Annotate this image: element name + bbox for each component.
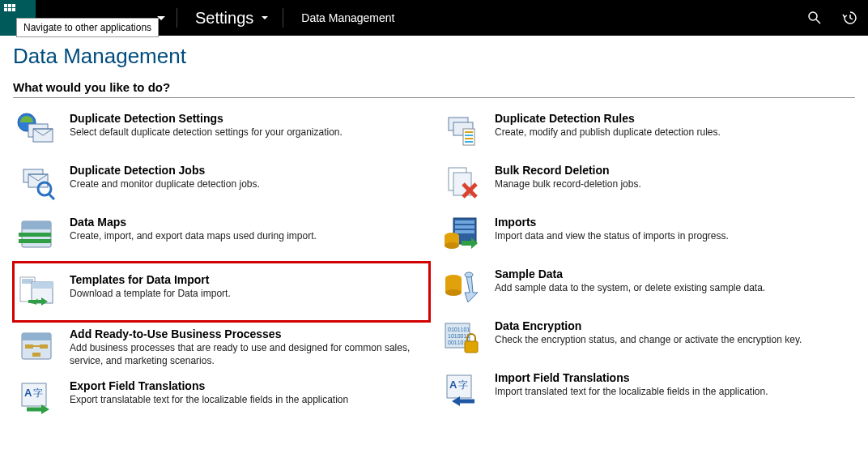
search-button[interactable] <box>797 0 832 36</box>
item-desc: Add sample data to the system, or delete… <box>495 282 853 295</box>
svg-text:A: A <box>449 379 457 391</box>
actions-grid: Duplicate Detection Settings Select defa… <box>13 106 855 426</box>
item-desc: Export translatable text for the localiz… <box>70 394 428 407</box>
item-desc: Add business processes that are ready to… <box>70 342 428 367</box>
page-prompt: What would you like to do? <box>13 80 855 98</box>
item-desc: Create and monitor duplicate detection j… <box>70 178 428 191</box>
item-title: Add Ready-to-Use Business Processes <box>70 327 428 340</box>
item-title: Import Field Translations <box>495 371 853 384</box>
item-title: Bulk Record Deletion <box>495 164 853 177</box>
action-duplicate-detection-rules[interactable]: Duplicate Detection Rules Create, modify… <box>438 106 855 158</box>
svg-rect-44 <box>455 220 474 224</box>
action-duplicate-detection-jobs[interactable]: Duplicate Detection Jobs Create and moni… <box>13 158 430 210</box>
item-title: Duplicate Detection Settings <box>70 112 428 125</box>
nav-settings-dropdown[interactable]: Settings <box>181 0 279 36</box>
nav-settings-label: Settings <box>195 9 253 28</box>
svg-point-54 <box>465 272 473 277</box>
svg-text:A: A <box>24 387 32 399</box>
action-add-business-processes[interactable]: Add Ready-to-Use Business Processes Add … <box>13 322 430 374</box>
svg-rect-13 <box>19 233 51 237</box>
page-title: Data Management <box>13 44 855 69</box>
item-title: Sample Data <box>495 267 853 280</box>
svg-rect-26 <box>32 353 40 357</box>
svg-point-0 <box>809 12 817 20</box>
action-data-encryption[interactable]: 0101101 1010011 0011010 Data Encryption … <box>438 314 855 366</box>
svg-rect-45 <box>455 225 474 229</box>
item-title: Duplicate Detection Rules <box>495 112 853 125</box>
duplicate-rules-icon <box>440 112 483 149</box>
app-launcher-tooltip: Navigate to other applications <box>16 18 159 37</box>
svg-line-1 <box>816 19 820 24</box>
svg-point-53 <box>445 289 462 296</box>
imports-icon <box>440 216 483 253</box>
item-title: Duplicate Detection Jobs <box>70 164 428 177</box>
item-title: Templates for Data Import <box>70 273 428 286</box>
svg-rect-14 <box>19 239 51 243</box>
action-import-field-translations[interactable]: A 字 Import Field Translations Import tra… <box>438 366 855 417</box>
data-encryption-icon: 0101101 1010011 0011010 <box>440 319 483 357</box>
duplicate-jobs-icon <box>15 164 58 201</box>
nav-separator <box>283 8 283 28</box>
chevron-down-icon <box>262 16 268 19</box>
item-desc: Import translated text for the localizab… <box>495 386 853 399</box>
actions-right-column: Duplicate Detection Rules Create, modify… <box>438 106 855 426</box>
history-icon <box>842 10 858 26</box>
nav-breadcrumb[interactable]: Data Management <box>287 11 409 24</box>
item-title: Imports <box>495 216 853 229</box>
svg-rect-23 <box>25 344 33 349</box>
item-title: Data Encryption <box>495 319 853 332</box>
nav-separator <box>177 8 177 28</box>
svg-line-10 <box>49 194 54 199</box>
export-translations-icon: A 字 <box>15 379 58 417</box>
item-desc: Create, modify and publish duplicate det… <box>495 126 853 139</box>
item-desc: Create, import, and export data maps use… <box>70 230 428 243</box>
recent-button[interactable] <box>832 0 868 36</box>
duplicate-settings-icon <box>15 112 58 149</box>
action-imports[interactable]: Imports Import data and view the status … <box>438 210 855 262</box>
sample-data-icon <box>440 267 483 305</box>
data-maps-icon <box>15 216 58 253</box>
svg-rect-46 <box>455 230 474 233</box>
import-translations-icon: A 字 <box>440 371 483 409</box>
action-sample-data[interactable]: Sample Data Add sample data to the syste… <box>438 262 855 314</box>
business-processes-icon <box>15 327 58 365</box>
svg-rect-12 <box>22 221 51 229</box>
svg-rect-59 <box>465 341 478 353</box>
action-export-field-translations[interactable]: A 字 Export Field Translations Export tra… <box>13 374 430 426</box>
actions-left-column: Duplicate Detection Settings Select defa… <box>13 106 430 426</box>
item-desc: Download a template for Data import. <box>70 288 428 301</box>
topbar: Navigate to other applications Settings … <box>0 0 868 36</box>
item-desc: Check the encryption status, and change … <box>495 334 853 347</box>
search-icon <box>807 11 822 25</box>
action-templates-for-data-import[interactable]: Templates for Data Import Download a tem… <box>13 262 430 322</box>
action-duplicate-detection-settings[interactable]: Duplicate Detection Settings Select defa… <box>13 106 430 158</box>
page-body: Data Management What would you like to d… <box>0 36 868 426</box>
svg-text:字: 字 <box>458 379 468 391</box>
action-data-maps[interactable]: Data Maps Create, import, and export dat… <box>13 210 430 262</box>
svg-rect-24 <box>40 344 48 349</box>
action-bulk-record-deletion[interactable]: Bulk Record Deletion Manage bulk record-… <box>438 158 855 210</box>
svg-rect-22 <box>22 333 51 340</box>
svg-point-49 <box>445 242 459 249</box>
item-desc: Import data and view the status of impor… <box>495 230 853 243</box>
item-desc: Select default duplicate detection setti… <box>70 126 428 139</box>
svg-text:字: 字 <box>33 387 43 399</box>
templates-import-icon <box>15 273 58 310</box>
svg-text:0101101: 0101101 <box>448 327 470 332</box>
item-desc: Manage bulk record-deletion jobs. <box>495 178 853 191</box>
svg-rect-18 <box>32 282 53 289</box>
bulk-delete-icon <box>440 164 483 201</box>
item-title: Data Maps <box>70 216 428 229</box>
item-title: Export Field Translations <box>70 379 428 392</box>
